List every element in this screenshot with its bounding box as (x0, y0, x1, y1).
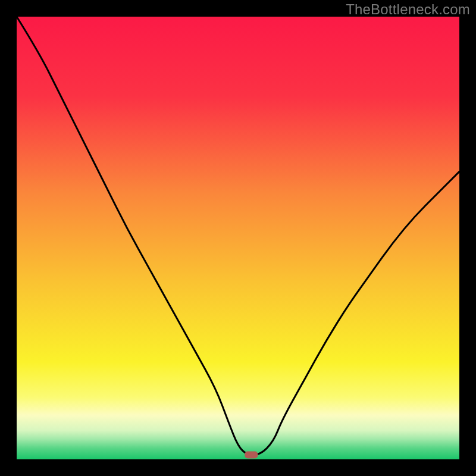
plot-background (17, 17, 459, 459)
chart-svg (17, 17, 459, 459)
optimal-point-marker (245, 452, 258, 459)
chart-frame: TheBottleneck.com (0, 0, 476, 476)
watermark-text: TheBottleneck.com (346, 1, 470, 18)
bottleneck-chart (17, 17, 459, 459)
